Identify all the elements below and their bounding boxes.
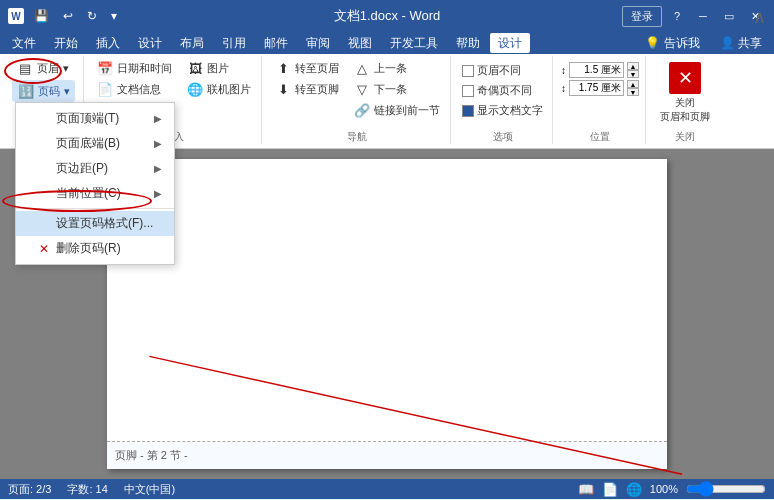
show-doc-check[interactable]: 显示文档文字 xyxy=(459,102,546,119)
show-doc-checkbox[interactable] xyxy=(462,105,474,117)
file-title: 文档1.docx - Word xyxy=(334,7,441,25)
minimize-btn[interactable]: ─ xyxy=(692,6,714,26)
menu-share[interactable]: 👤 共享 xyxy=(712,33,770,53)
menu-design-active[interactable]: 设计 xyxy=(490,33,530,53)
odd-even-checkbox[interactable] xyxy=(462,85,474,97)
header-btn[interactable]: ▤ 页眉 ▾ xyxy=(12,58,72,78)
page-canvas: 页脚 - 第 2 节 - xyxy=(107,159,667,469)
header-height-down[interactable]: ▼ xyxy=(627,70,639,78)
margin-arrow: ▶ xyxy=(154,163,162,174)
online-picture-label: 联机图片 xyxy=(207,82,251,97)
save-quick-btn[interactable]: 💾 xyxy=(30,7,53,25)
page-footer-label: 页脚 - 第 2 节 - xyxy=(115,448,188,463)
restore-btn[interactable]: ▭ xyxy=(718,6,740,26)
diff-header-checkbox[interactable] xyxy=(462,65,474,77)
menu-design[interactable]: 设计 xyxy=(130,33,170,53)
footer-height-down[interactable]: ▼ xyxy=(627,88,639,96)
ribbon-group-position-content: ↕ ▲ ▼ ↕ ▲ ▼ xyxy=(561,58,639,128)
collapse-ribbon-btn[interactable]: ∧ xyxy=(753,6,766,28)
page-view-btn[interactable]: 📄 xyxy=(602,482,618,497)
close-group-label: 关闭 xyxy=(675,128,695,144)
picture-label: 图片 xyxy=(207,61,229,76)
dropdown-item-delete[interactable]: ✕ 删除页码(R) xyxy=(16,236,174,261)
doc-info-btn[interactable]: 📄 文档信息 xyxy=(92,79,176,99)
goto-header-icon: ⬆ xyxy=(274,59,292,77)
ribbon-group-close: ✕ 关闭页眉和页脚 关闭 xyxy=(648,56,722,144)
online-picture-btn[interactable]: 🌐 联机图片 xyxy=(182,79,255,99)
datetime-btn[interactable]: 📅 日期和时间 xyxy=(92,58,176,78)
menu-insert[interactable]: 插入 xyxy=(88,33,128,53)
current-arrow: ▶ xyxy=(154,188,162,199)
header-height-row: ↕ ▲ ▼ xyxy=(561,62,639,78)
diff-header-check[interactable]: 页眉不同 xyxy=(459,62,546,79)
app-icon: W xyxy=(8,8,24,24)
header-height-icon: ↕ xyxy=(561,65,566,76)
menu-references[interactable]: 引用 xyxy=(214,33,254,53)
help-btn[interactable]: ? xyxy=(666,6,688,26)
doc-info-label: 文档信息 xyxy=(117,82,161,97)
dropdown-item-page-top[interactable]: 页面顶端(T) ▶ xyxy=(16,106,174,131)
link-prev-icon: 🔗 xyxy=(353,101,371,119)
position-group-label: 位置 xyxy=(590,128,610,144)
goto-footer-label: 转至页脚 xyxy=(295,82,339,97)
menu-developer[interactable]: 开发工具 xyxy=(382,33,446,53)
next-btn[interactable]: ▽ 下一条 xyxy=(349,79,444,99)
page-number-label: 页码 ▾ xyxy=(38,84,69,99)
close-header-footer-btn[interactable]: ✕ 关闭页眉和页脚 xyxy=(654,58,716,128)
page-number-btn[interactable]: 🔢 页码 ▾ xyxy=(12,80,74,102)
ribbon-group-nav-content: ⬆ 转至页眉 ⬇ 转至页脚 △ 上一条 ▽ 下一条 🔗 xyxy=(270,58,444,128)
menu-view[interactable]: 视图 xyxy=(340,33,380,53)
customize-quick-btn[interactable]: ▾ xyxy=(107,7,121,25)
picture-btn[interactable]: 🖼 图片 xyxy=(182,58,255,78)
link-prev-label: 链接到前一节 xyxy=(374,103,440,118)
menu-help[interactable]: 帮助 xyxy=(448,33,488,53)
odd-even-check[interactable]: 奇偶页不同 xyxy=(459,82,546,99)
read-view-btn[interactable]: 📖 xyxy=(578,482,594,497)
login-button[interactable]: 登录 xyxy=(622,6,662,27)
page-bottom-arrow: ▶ xyxy=(154,138,162,149)
goto-header-btn[interactable]: ⬆ 转至页眉 xyxy=(270,58,343,78)
status-right: 📖 📄 🌐 100% xyxy=(578,481,766,497)
footer-height-up[interactable]: ▲ xyxy=(627,80,639,88)
prev-btn[interactable]: △ 上一条 xyxy=(349,58,444,78)
page-number-icon: 🔢 xyxy=(17,82,35,100)
options-group-label: 选项 xyxy=(493,128,513,144)
goto-footer-icon: ⬇ xyxy=(274,80,292,98)
dropdown-item-page-bottom[interactable]: 页面底端(B) ▶ xyxy=(16,131,174,156)
language: 中文(中国) xyxy=(124,482,175,497)
goto-footer-btn[interactable]: ⬇ 转至页脚 xyxy=(270,79,343,99)
menu-start[interactable]: 开始 xyxy=(46,33,86,53)
header-height-input[interactable] xyxy=(569,62,624,78)
menu-mail[interactable]: 邮件 xyxy=(256,33,296,53)
page-number-dropdown: 页面顶端(T) ▶ 页面底端(B) ▶ 页边距(P) ▶ 当前位置(C) ▶ 设… xyxy=(15,102,175,265)
title-bar-center: 文档1.docx - Word xyxy=(334,7,441,25)
dropdown-item-format[interactable]: 设置页码格式(F)... xyxy=(16,211,174,236)
ribbon-group-options-content: 页眉不同 奇偶页不同 显示文档文字 xyxy=(459,58,546,128)
dropdown-label-page-top: 页面顶端(T) xyxy=(56,110,119,127)
next-icon: ▽ xyxy=(353,80,371,98)
show-doc-label: 显示文档文字 xyxy=(477,103,543,118)
menu-tell-me[interactable]: 💡 告诉我 xyxy=(637,33,707,53)
status-bar: 页面: 2/3 字数: 14 中文(中国) 📖 📄 🌐 100% xyxy=(0,479,774,499)
header-height-arrows: ▲ ▼ xyxy=(627,62,639,78)
zoom-slider[interactable] xyxy=(686,481,766,497)
link-prev-btn[interactable]: 🔗 链接到前一节 xyxy=(349,100,444,120)
undo-quick-btn[interactable]: ↩ xyxy=(59,7,77,25)
picture-icon: 🖼 xyxy=(186,59,204,77)
menu-layout[interactable]: 布局 xyxy=(172,33,212,53)
dropdown-label-page-bottom: 页面底端(B) xyxy=(56,135,120,152)
web-view-btn[interactable]: 🌐 xyxy=(626,482,642,497)
menu-file[interactable]: 文件 xyxy=(4,33,44,53)
dropdown-item-margin[interactable]: 页边距(P) ▶ xyxy=(16,156,174,181)
menu-review[interactable]: 审阅 xyxy=(298,33,338,53)
header-height-up[interactable]: ▲ xyxy=(627,62,639,70)
online-picture-icon: 🌐 xyxy=(186,80,204,98)
redo-quick-btn[interactable]: ↻ xyxy=(83,7,101,25)
footer-height-input[interactable] xyxy=(569,80,624,96)
dropdown-label-margin: 页边距(P) xyxy=(56,160,108,177)
diff-header-label: 页眉不同 xyxy=(477,63,521,78)
footer-height-icon: ↕ xyxy=(561,83,566,94)
ribbon-group-options: 页眉不同 奇偶页不同 显示文档文字 选项 xyxy=(453,56,553,144)
dropdown-item-current[interactable]: 当前位置(C) ▶ xyxy=(16,181,174,206)
delete-icon: ✕ xyxy=(36,242,52,256)
